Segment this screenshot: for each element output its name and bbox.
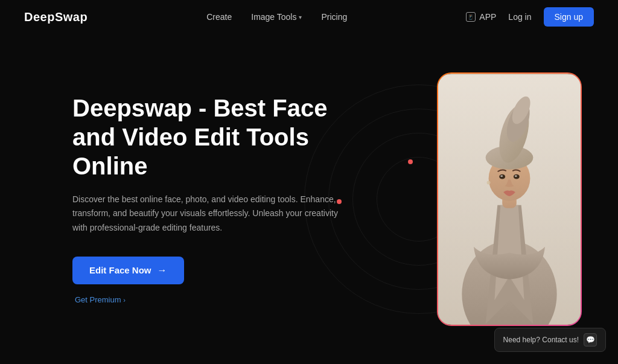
chat-icon: 💬 bbox=[584, 333, 597, 346]
hero-phone-frame bbox=[437, 72, 582, 326]
hero-title: Deepswap - Best Face and Video Edit Tool… bbox=[72, 94, 374, 180]
app-button[interactable]: 📱 APP bbox=[466, 12, 496, 22]
help-text: Need help? Contact us! bbox=[503, 336, 579, 344]
get-premium-link[interactable]: Get Premium › bbox=[75, 295, 374, 304]
hero-content: Deepswap - Best Face and Video Edit Tool… bbox=[72, 94, 374, 304]
nav-pricing[interactable]: Pricing bbox=[321, 12, 347, 22]
signup-button[interactable]: Sign up bbox=[544, 7, 594, 27]
brand-name: DeepSwap bbox=[24, 10, 88, 24]
phone-mockup bbox=[437, 72, 582, 326]
hero-section: Deepswap - Best Face and Video Edit Tool… bbox=[0, 34, 618, 364]
svg-point-8 bbox=[515, 175, 517, 177]
hero-description: Discover the best online face, photo, an… bbox=[72, 193, 338, 234]
chevron-right-icon: › bbox=[123, 296, 126, 304]
mobile-icon: 📱 bbox=[466, 12, 476, 22]
edit-face-button[interactable]: Edit Face Now → bbox=[72, 257, 184, 284]
svg-point-7 bbox=[500, 175, 503, 177]
navbar: DeepSwap Create Image Tools ▾ Pricing 📱 … bbox=[0, 0, 618, 34]
login-button[interactable]: Log in bbox=[508, 12, 531, 22]
nav-links: Create Image Tools ▾ Pricing bbox=[206, 12, 347, 22]
svg-point-9 bbox=[487, 180, 491, 184]
chevron-down-icon: ▾ bbox=[299, 14, 302, 21]
app-label: APP bbox=[479, 12, 496, 22]
phone-image bbox=[438, 74, 581, 325]
edit-face-label: Edit Face Now bbox=[89, 265, 151, 275]
help-widget[interactable]: Need help? Contact us! 💬 bbox=[494, 328, 606, 352]
person-illustration bbox=[438, 74, 581, 325]
arrow-right-icon: → bbox=[158, 265, 167, 276]
nav-actions: 📱 APP Log in Sign up bbox=[466, 7, 594, 27]
nav-image-tools[interactable]: Image Tools ▾ bbox=[251, 12, 302, 22]
nav-create[interactable]: Create bbox=[206, 12, 232, 22]
brand-logo[interactable]: DeepSwap bbox=[24, 10, 88, 24]
